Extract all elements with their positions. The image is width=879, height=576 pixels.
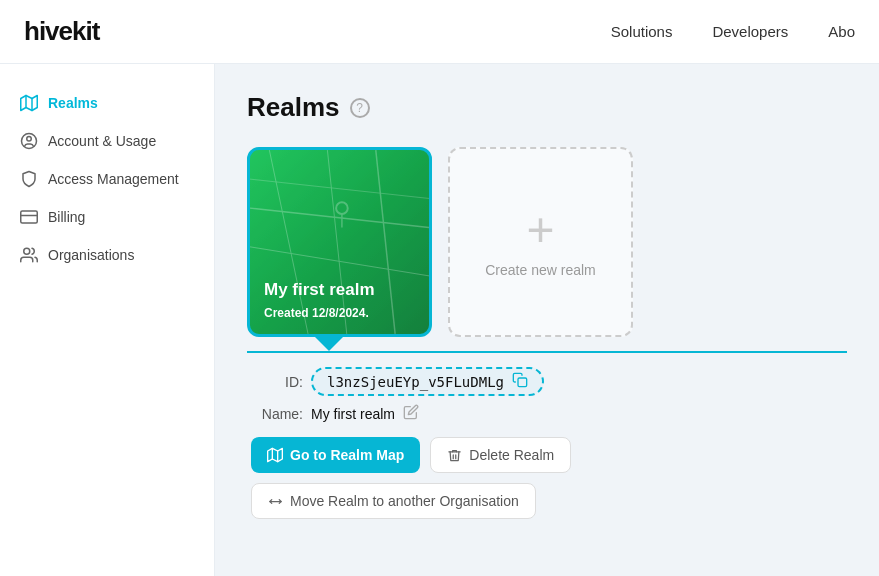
edit-name-icon[interactable] — [403, 404, 419, 423]
sidebar-item-billing[interactable]: Billing — [0, 198, 214, 236]
action-buttons: Go to Realm Map Delete Realm — [251, 437, 843, 519]
detail-container: ID: l3nzSjeuEYp_v5FLuDMLg Name: — [247, 367, 847, 519]
go-to-realm-map-label: Go to Realm Map — [290, 447, 404, 463]
map-icon — [20, 94, 38, 112]
sidebar-item-account-usage[interactable]: Account & Usage — [0, 122, 214, 160]
logo: hivekit — [24, 16, 99, 47]
user-circle-icon — [20, 132, 38, 150]
layout: Realms Account & Usage Access Management — [0, 64, 879, 576]
page-title: Realms — [247, 92, 340, 123]
realm-card-name: My first realm — [264, 280, 415, 300]
pointer-line — [247, 337, 847, 351]
sidebar: Realms Account & Usage Access Management — [0, 64, 215, 576]
create-realm-label: Create new realm — [485, 262, 596, 278]
create-plus-icon: + — [526, 206, 554, 254]
main-content: Realms ? — [215, 64, 879, 576]
move-icon — [268, 494, 283, 509]
nav-solutions[interactable]: Solutions — [611, 23, 673, 40]
name-row: Name: My first realm — [251, 404, 843, 423]
sidebar-item-organisations-label: Organisations — [48, 247, 134, 263]
svg-point-14 — [336, 202, 348, 214]
svg-point-7 — [24, 248, 30, 254]
id-label: ID: — [251, 374, 303, 390]
delete-icon — [447, 448, 462, 463]
copy-icon[interactable] — [512, 372, 528, 391]
create-realm-card[interactable]: + Create new realm — [448, 147, 633, 337]
cards-row: My first realm Created 12/8/2024. + Crea… — [247, 147, 847, 337]
pointer-triangle — [315, 337, 343, 351]
help-icon-label: ? — [356, 101, 363, 115]
svg-marker-17 — [268, 448, 283, 461]
top-nav: hivekit Solutions Developers Abo — [0, 0, 879, 64]
sidebar-item-access-management-label: Access Management — [48, 171, 179, 187]
realm-card-date: Created 12/8/2024. — [264, 306, 415, 320]
shield-icon — [20, 170, 38, 188]
id-row: ID: l3nzSjeuEYp_v5FLuDMLg — [251, 367, 843, 396]
name-label: Name: — [251, 406, 303, 422]
move-realm-label: Move Realm to another Organisation — [290, 493, 519, 509]
svg-rect-5 — [21, 211, 38, 223]
sidebar-item-access-management[interactable]: Access Management — [0, 160, 214, 198]
svg-line-13 — [250, 179, 429, 198]
page-title-row: Realms ? — [247, 92, 847, 123]
realm-detail-section: ID: l3nzSjeuEYp_v5FLuDMLg Name: — [247, 337, 847, 519]
nav-abo[interactable]: Abo — [828, 23, 855, 40]
svg-marker-0 — [21, 96, 38, 111]
realm-card[interactable]: My first realm Created 12/8/2024. — [247, 147, 432, 337]
svg-rect-16 — [518, 378, 527, 387]
svg-line-8 — [250, 208, 429, 227]
sidebar-item-organisations[interactable]: Organisations — [0, 236, 214, 274]
sidebar-item-realms[interactable]: Realms — [0, 84, 214, 122]
nav-links: Solutions Developers Abo — [611, 23, 855, 40]
sidebar-item-account-usage-label: Account & Usage — [48, 133, 156, 149]
go-to-realm-map-button[interactable]: Go to Realm Map — [251, 437, 420, 473]
svg-point-4 — [27, 137, 32, 142]
sidebar-item-realms-label: Realms — [48, 95, 98, 111]
id-value: l3nzSjeuEYp_v5FLuDMLg — [327, 374, 504, 390]
delete-realm-button[interactable]: Delete Realm — [430, 437, 571, 473]
org-icon — [20, 246, 38, 264]
map-button-icon — [267, 447, 283, 463]
realm-card-content: My first realm Created 12/8/2024. — [264, 280, 415, 320]
name-value: My first realm — [311, 406, 395, 422]
sidebar-item-billing-label: Billing — [48, 209, 85, 225]
nav-developers[interactable]: Developers — [712, 23, 788, 40]
credit-card-icon — [20, 208, 38, 226]
delete-realm-label: Delete Realm — [469, 447, 554, 463]
move-realm-button[interactable]: Move Realm to another Organisation — [251, 483, 536, 519]
detail-divider — [247, 351, 847, 353]
help-icon[interactable]: ? — [350, 98, 370, 118]
id-box: l3nzSjeuEYp_v5FLuDMLg — [311, 367, 544, 396]
